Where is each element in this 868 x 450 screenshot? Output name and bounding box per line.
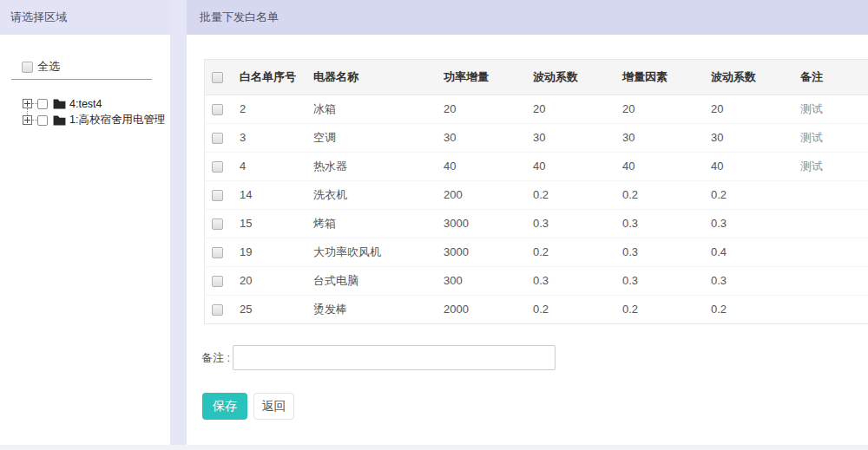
button-row: 保存 返回 — [202, 393, 868, 420]
remark-input[interactable] — [233, 345, 556, 370]
table-cell: 0.2 — [615, 180, 704, 209]
table-cell: 30 — [615, 123, 704, 152]
row-checkbox[interactable] — [212, 304, 223, 316]
table-cell — [793, 180, 868, 209]
table-cell: 洗衣机 — [306, 180, 437, 209]
table-cell: 大功率吹风机 — [306, 238, 437, 266]
row-checkbox[interactable] — [212, 161, 223, 173]
table-cell: 台式电脑 — [306, 266, 437, 295]
row-checkbox[interactable] — [212, 247, 223, 258]
whitelist-table: 白名单序号电器名称功率增量波动系数增量因素波动系数备注 2冰箱20202020测… — [205, 60, 868, 323]
column-header: 白名单序号 — [233, 60, 306, 95]
select-all-row: 全选 — [22, 59, 170, 75]
table-cell: 20 — [437, 95, 526, 123]
table-cell: 0.2 — [615, 295, 704, 323]
table-cell: 30 — [704, 123, 793, 152]
table-cell: 40 — [526, 152, 615, 180]
row-checkbox-cell — [205, 209, 233, 238]
table-cell: 19 — [233, 238, 306, 266]
column-header: 增量因素 — [615, 60, 704, 95]
table-cell: 15 — [233, 209, 306, 238]
remark-label: 备注 : — [201, 350, 230, 366]
table-cell: 20 — [615, 95, 704, 123]
table-cell: 40 — [437, 152, 526, 180]
table-cell: 测试 — [793, 123, 868, 152]
table-cell: 0.2 — [526, 180, 615, 209]
table-cell: 2 — [233, 95, 306, 123]
table-cell: 4 — [233, 152, 306, 180]
main-panel: 批量下发白名单 白名单序号电器名称功率增量波动系数增量因素波动系数备注 2冰箱2… — [187, 0, 868, 445]
table-cell: 25 — [233, 295, 306, 323]
table-cell: 0.3 — [615, 266, 704, 295]
table-row: 19大功率吹风机30000.20.30.4 — [205, 238, 868, 266]
column-header: 备注 — [793, 60, 868, 95]
whitelist-table-wrap: 白名单序号电器名称功率增量波动系数增量因素波动系数备注 2冰箱20202020测… — [204, 59, 868, 324]
sidebar-title: 请选择区域 — [0, 0, 170, 35]
table-row: 3空调30303030测试 — [205, 123, 868, 152]
table-cell: 0.3 — [526, 266, 615, 295]
table-body: 2冰箱20202020测试3空调30303030测试4热水器40404040测试… — [205, 95, 868, 323]
row-checkbox-cell — [205, 152, 233, 180]
row-checkbox[interactable] — [212, 133, 223, 144]
table-row: 4热水器40404040测试 — [205, 152, 868, 180]
column-header: 功率增量 — [437, 60, 526, 95]
row-checkbox-cell — [205, 266, 233, 295]
region-sidebar: 请选择区域 全选 4:test4 1:高校宿舍用电管理 — [0, 0, 170, 445]
row-checkbox[interactable] — [212, 190, 223, 201]
table-cell: 2000 — [437, 295, 526, 323]
panel-gap — [170, 0, 187, 445]
table-row: 25烫发棒20000.20.20.2 — [205, 295, 868, 323]
table-row: 2冰箱20202020测试 — [205, 95, 868, 123]
table-row: 15烤箱30000.30.30.3 — [205, 209, 868, 238]
table-cell: 200 — [437, 180, 526, 209]
table-cell — [793, 238, 868, 266]
table-select-all-checkbox[interactable] — [212, 72, 223, 83]
region-tree: 4:test4 1:高校宿舍用电管理 — [0, 95, 170, 128]
table-row: 20台式电脑3000.30.30.3 — [205, 266, 868, 295]
row-checkbox-cell — [205, 238, 233, 266]
table-cell: 3000 — [437, 209, 526, 238]
table-cell: 20 — [233, 266, 306, 295]
column-header: 电器名称 — [306, 60, 437, 95]
tree-node-checkbox[interactable] — [37, 115, 48, 126]
select-all-checkbox[interactable] — [22, 62, 33, 73]
table-cell: 20 — [704, 95, 793, 123]
page-title: 批量下发白名单 — [187, 0, 868, 35]
row-checkbox[interactable] — [212, 218, 223, 230]
sidebar-divider — [11, 79, 152, 80]
row-checkbox-cell — [205, 295, 233, 323]
table-cell: 冰箱 — [306, 95, 437, 123]
table-cell: 0.2 — [704, 295, 793, 323]
table-cell: 烫发棒 — [306, 295, 437, 323]
back-button[interactable]: 返回 — [253, 393, 294, 420]
table-cell: 0.3 — [526, 209, 615, 238]
tree-node-label[interactable]: 4:test4 — [69, 98, 102, 110]
table-cell: 空调 — [306, 123, 437, 152]
table-cell: 0.2 — [526, 295, 615, 323]
expand-plus-icon[interactable] — [23, 99, 32, 108]
table-cell: 0.3 — [615, 238, 704, 266]
table-cell: 热水器 — [306, 152, 437, 180]
folder-icon — [53, 99, 66, 109]
table-cell: 40 — [704, 152, 793, 180]
expand-plus-icon[interactable] — [23, 115, 32, 125]
table-cell — [793, 266, 868, 295]
table-row: 14洗衣机2000.20.20.2 — [205, 180, 868, 209]
save-button[interactable]: 保存 — [202, 393, 247, 420]
table-cell: 3 — [233, 123, 306, 152]
table-cell: 300 — [437, 266, 526, 295]
tree-node-checkbox[interactable] — [37, 99, 48, 109]
table-header-row: 白名单序号电器名称功率增量波动系数增量因素波动系数备注 — [205, 60, 868, 95]
table-cell: 烤箱 — [306, 209, 437, 238]
tree-node: 4:test4 — [0, 95, 170, 112]
remark-row: 备注 : — [201, 345, 868, 370]
row-checkbox[interactable] — [212, 104, 223, 115]
table-cell: 0.4 — [704, 238, 793, 266]
table-cell: 0.3 — [704, 266, 793, 295]
tree-node-label[interactable]: 1:高校宿舍用电管理 — [69, 113, 165, 127]
row-checkbox[interactable] — [212, 276, 223, 287]
row-checkbox-cell — [205, 95, 233, 123]
table-cell — [793, 295, 868, 323]
table-cell: 0.2 — [704, 180, 793, 209]
table-cell: 40 — [615, 152, 704, 180]
